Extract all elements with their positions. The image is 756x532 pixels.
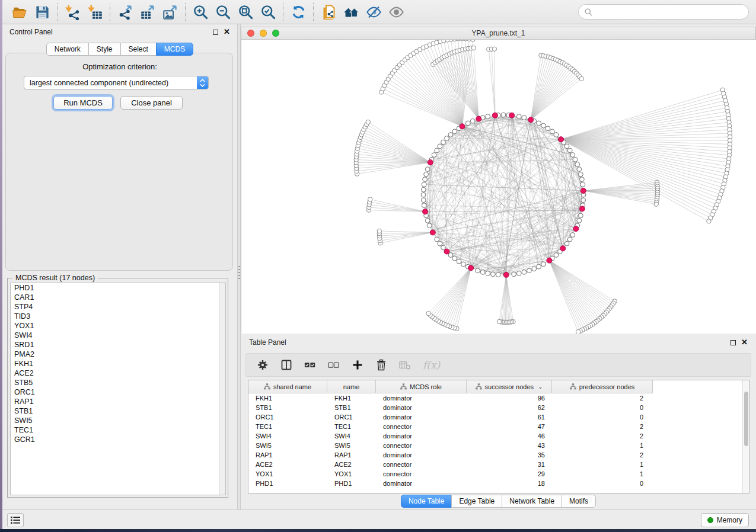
cell-mcds-role[interactable]: dominator [376, 393, 467, 403]
list-item[interactable]: FKH1 [11, 359, 225, 368]
cell-predecessor-nodes[interactable]: 0 [552, 403, 653, 412]
network-node[interactable] [421, 187, 426, 192]
import-network-button[interactable] [61, 2, 84, 22]
network-node[interactable] [470, 118, 475, 123]
table-row[interactable]: ORC1ORC1dominator610 [248, 412, 749, 422]
network-node[interactable] [486, 271, 490, 276]
list-item[interactable]: SRD1 [11, 340, 225, 350]
column-header-name[interactable]: name [327, 380, 376, 393]
network-leaf-node[interactable] [471, 46, 476, 50]
network-node[interactable] [522, 270, 527, 275]
zoom-out-button[interactable] [212, 2, 234, 22]
list-item[interactable]: YOX1 [11, 321, 225, 331]
cell-name[interactable]: ORC1 [327, 412, 376, 422]
close-panel-button[interactable]: Close panel [120, 96, 183, 110]
column-header-successor-nodes[interactable]: successor nodes⌄ [467, 380, 552, 393]
list-item[interactable]: PHD1 [11, 283, 225, 293]
network-mcds-node[interactable] [509, 113, 515, 118]
network-node[interactable] [476, 268, 480, 273]
add-column-button[interactable] [352, 359, 363, 371]
cell-mcds-role[interactable]: connector [376, 422, 467, 431]
network-node[interactable] [581, 198, 586, 203]
list-item[interactable]: STP4 [11, 302, 225, 312]
table-row[interactable]: SWI4SWI4dominator462 [248, 431, 749, 441]
network-node[interactable] [435, 237, 439, 242]
cell-successor-nodes[interactable]: 43 [467, 441, 552, 450]
table-row[interactable]: FKH1FKH1dominator962 [248, 393, 749, 403]
network-node[interactable] [452, 256, 457, 261]
cell-predecessor-nodes[interactable]: 1 [552, 460, 653, 469]
list-item[interactable]: TID3 [11, 312, 225, 321]
column-header-shared-name[interactable]: shared name [248, 380, 327, 393]
list-item[interactable]: ACE2 [11, 368, 225, 378]
network-mcds-node[interactable] [430, 230, 435, 235]
network-node[interactable] [537, 121, 541, 126]
network-mcds-node[interactable] [560, 246, 566, 251]
network-node[interactable] [435, 148, 439, 153]
network-node[interactable] [516, 114, 521, 119]
network-node[interactable] [579, 172, 583, 177]
open-file-button[interactable] [8, 2, 31, 22]
table-row[interactable]: TEC1TEC1connector472 [248, 422, 749, 431]
select-stepper[interactable] [197, 76, 208, 89]
clone-network-button[interactable] [317, 2, 340, 22]
cell-successor-nodes[interactable]: 61 [467, 412, 552, 422]
cell-mcds-role[interactable]: connector [376, 441, 467, 450]
zoom-in-button[interactable] [189, 2, 212, 22]
network-node[interactable] [452, 129, 457, 134]
network-node[interactable] [567, 148, 572, 153]
cell-shared-name[interactable]: FKH1 [248, 393, 327, 403]
network-mcds-node[interactable] [579, 206, 585, 211]
panel-menu-button[interactable] [7, 513, 24, 527]
tab-style[interactable]: Style [88, 43, 121, 56]
network-leaf-node[interactable] [576, 329, 580, 334]
optimization-criterion-select[interactable]: largest connected component (undirected) [24, 76, 209, 89]
show-panel-button[interactable] [385, 2, 407, 22]
network-node[interactable] [432, 153, 436, 158]
network-node[interactable] [427, 223, 432, 228]
network-node[interactable] [516, 271, 521, 276]
network-mcds-node[interactable] [476, 116, 481, 121]
splitter-grip[interactable] [238, 266, 240, 279]
network-mcds-node[interactable] [428, 160, 433, 165]
show-columns-button[interactable] [280, 359, 292, 371]
network-node[interactable] [480, 270, 485, 275]
network-mcds-node[interactable] [444, 249, 449, 254]
network-mcds-node[interactable] [528, 117, 534, 123]
network-node[interactable] [564, 144, 569, 149]
close-table-panel-icon[interactable]: ✕ [741, 339, 748, 345]
network-window-titlebar[interactable]: YPA_prune.txt_1 [241, 27, 755, 40]
column-header-mcds-role[interactable]: MCDS role [376, 380, 467, 393]
cell-name[interactable]: YOX1 [327, 469, 376, 479]
network-node[interactable] [448, 133, 453, 137]
network-leaf-node[interactable] [366, 120, 370, 124]
cell-shared-name[interactable]: STB1 [248, 403, 327, 412]
tab-select[interactable]: Select [120, 43, 157, 56]
network-node[interactable] [570, 153, 575, 158]
cell-name[interactable]: FKH1 [327, 393, 376, 403]
cell-predecessor-nodes[interactable]: 2 [552, 450, 653, 460]
list-item[interactable]: STB1 [11, 406, 225, 416]
network-mcds-node[interactable] [460, 124, 465, 129]
network-node[interactable] [567, 237, 572, 242]
network-node[interactable] [580, 182, 585, 187]
memory-button[interactable]: Memory [701, 513, 749, 527]
network-leaf-node[interactable] [426, 311, 430, 315]
table-row[interactable]: PHD1PHD1dominator180 [248, 479, 749, 488]
network-node[interactable] [522, 116, 527, 120]
cell-successor-nodes[interactable]: 31 [467, 460, 552, 469]
network-node[interactable] [575, 162, 580, 166]
cell-mcds-role[interactable]: dominator [376, 450, 467, 460]
cell-mcds-role[interactable]: connector [376, 460, 467, 469]
network-node[interactable] [422, 203, 426, 208]
cell-name[interactable]: RAP1 [327, 450, 376, 460]
network-node[interactable] [550, 129, 554, 134]
cell-mcds-role[interactable]: dominator [376, 412, 467, 422]
network-mcds-node[interactable] [423, 209, 428, 214]
network-node[interactable] [425, 219, 430, 223]
cell-mcds-role[interactable]: dominator [376, 479, 467, 488]
network-node[interactable] [564, 241, 569, 246]
network-node[interactable] [425, 167, 430, 172]
network-node[interactable] [461, 262, 466, 267]
cell-predecessor-nodes[interactable]: 2 [552, 422, 653, 431]
